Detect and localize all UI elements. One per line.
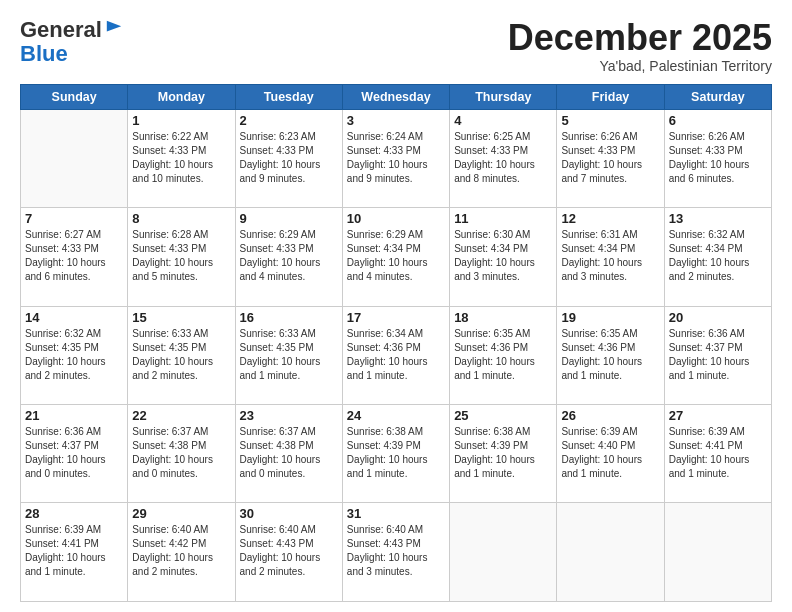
calendar-table: SundayMondayTuesdayWednesdayThursdayFrid… bbox=[20, 84, 772, 602]
calendar-cell bbox=[664, 503, 771, 602]
day-info: Sunrise: 6:24 AMSunset: 4:33 PMDaylight:… bbox=[347, 130, 445, 186]
calendar-cell: 7Sunrise: 6:27 AMSunset: 4:33 PMDaylight… bbox=[21, 208, 128, 306]
calendar-cell: 3Sunrise: 6:24 AMSunset: 4:33 PMDaylight… bbox=[342, 109, 449, 207]
day-info: Sunrise: 6:37 AMSunset: 4:38 PMDaylight:… bbox=[240, 425, 338, 481]
day-info: Sunrise: 6:31 AMSunset: 4:34 PMDaylight:… bbox=[561, 228, 659, 284]
week-row-5: 28Sunrise: 6:39 AMSunset: 4:41 PMDayligh… bbox=[21, 503, 772, 602]
day-number: 9 bbox=[240, 211, 338, 226]
day-info: Sunrise: 6:28 AMSunset: 4:33 PMDaylight:… bbox=[132, 228, 230, 284]
day-number: 25 bbox=[454, 408, 552, 423]
calendar-cell: 16Sunrise: 6:33 AMSunset: 4:35 PMDayligh… bbox=[235, 306, 342, 404]
weekday-header-saturday: Saturday bbox=[664, 84, 771, 109]
day-info: Sunrise: 6:23 AMSunset: 4:33 PMDaylight:… bbox=[240, 130, 338, 186]
calendar-cell bbox=[21, 109, 128, 207]
day-number: 1 bbox=[132, 113, 230, 128]
day-number: 27 bbox=[669, 408, 767, 423]
calendar-cell: 1Sunrise: 6:22 AMSunset: 4:33 PMDaylight… bbox=[128, 109, 235, 207]
weekday-header-monday: Monday bbox=[128, 84, 235, 109]
day-info: Sunrise: 6:36 AMSunset: 4:37 PMDaylight:… bbox=[669, 327, 767, 383]
day-info: Sunrise: 6:33 AMSunset: 4:35 PMDaylight:… bbox=[132, 327, 230, 383]
calendar-cell: 14Sunrise: 6:32 AMSunset: 4:35 PMDayligh… bbox=[21, 306, 128, 404]
weekday-header-tuesday: Tuesday bbox=[235, 84, 342, 109]
calendar-cell: 31Sunrise: 6:40 AMSunset: 4:43 PMDayligh… bbox=[342, 503, 449, 602]
calendar-cell: 8Sunrise: 6:28 AMSunset: 4:33 PMDaylight… bbox=[128, 208, 235, 306]
day-number: 12 bbox=[561, 211, 659, 226]
day-info: Sunrise: 6:32 AMSunset: 4:34 PMDaylight:… bbox=[669, 228, 767, 284]
calendar-cell: 20Sunrise: 6:36 AMSunset: 4:37 PMDayligh… bbox=[664, 306, 771, 404]
day-info: Sunrise: 6:37 AMSunset: 4:38 PMDaylight:… bbox=[132, 425, 230, 481]
calendar-cell: 30Sunrise: 6:40 AMSunset: 4:43 PMDayligh… bbox=[235, 503, 342, 602]
day-number: 13 bbox=[669, 211, 767, 226]
calendar-cell: 15Sunrise: 6:33 AMSunset: 4:35 PMDayligh… bbox=[128, 306, 235, 404]
calendar-cell: 17Sunrise: 6:34 AMSunset: 4:36 PMDayligh… bbox=[342, 306, 449, 404]
day-number: 2 bbox=[240, 113, 338, 128]
day-info: Sunrise: 6:35 AMSunset: 4:36 PMDaylight:… bbox=[561, 327, 659, 383]
calendar-cell: 9Sunrise: 6:29 AMSunset: 4:33 PMDaylight… bbox=[235, 208, 342, 306]
day-info: Sunrise: 6:22 AMSunset: 4:33 PMDaylight:… bbox=[132, 130, 230, 186]
calendar-cell bbox=[450, 503, 557, 602]
day-number: 15 bbox=[132, 310, 230, 325]
day-info: Sunrise: 6:29 AMSunset: 4:33 PMDaylight:… bbox=[240, 228, 338, 284]
calendar-cell: 11Sunrise: 6:30 AMSunset: 4:34 PMDayligh… bbox=[450, 208, 557, 306]
day-info: Sunrise: 6:33 AMSunset: 4:35 PMDaylight:… bbox=[240, 327, 338, 383]
day-number: 14 bbox=[25, 310, 123, 325]
calendar-cell: 10Sunrise: 6:29 AMSunset: 4:34 PMDayligh… bbox=[342, 208, 449, 306]
day-number: 31 bbox=[347, 506, 445, 521]
day-number: 10 bbox=[347, 211, 445, 226]
weekday-header-row: SundayMondayTuesdayWednesdayThursdayFrid… bbox=[21, 84, 772, 109]
location: Ya'bad, Palestinian Territory bbox=[508, 58, 772, 74]
logo-blue-text: Blue bbox=[20, 42, 123, 66]
day-number: 7 bbox=[25, 211, 123, 226]
calendar-cell: 18Sunrise: 6:35 AMSunset: 4:36 PMDayligh… bbox=[450, 306, 557, 404]
week-row-2: 7Sunrise: 6:27 AMSunset: 4:33 PMDaylight… bbox=[21, 208, 772, 306]
calendar-cell: 24Sunrise: 6:38 AMSunset: 4:39 PMDayligh… bbox=[342, 405, 449, 503]
day-number: 21 bbox=[25, 408, 123, 423]
day-info: Sunrise: 6:39 AMSunset: 4:41 PMDaylight:… bbox=[669, 425, 767, 481]
day-number: 8 bbox=[132, 211, 230, 226]
weekday-header-thursday: Thursday bbox=[450, 84, 557, 109]
day-number: 18 bbox=[454, 310, 552, 325]
calendar-cell: 19Sunrise: 6:35 AMSunset: 4:36 PMDayligh… bbox=[557, 306, 664, 404]
page: General Blue December 2025 Ya'bad, Pales… bbox=[0, 0, 792, 612]
day-info: Sunrise: 6:26 AMSunset: 4:33 PMDaylight:… bbox=[669, 130, 767, 186]
calendar-cell: 28Sunrise: 6:39 AMSunset: 4:41 PMDayligh… bbox=[21, 503, 128, 602]
day-info: Sunrise: 6:40 AMSunset: 4:43 PMDaylight:… bbox=[347, 523, 445, 579]
day-number: 24 bbox=[347, 408, 445, 423]
svg-marker-0 bbox=[107, 21, 121, 32]
weekday-header-friday: Friday bbox=[557, 84, 664, 109]
calendar-cell: 6Sunrise: 6:26 AMSunset: 4:33 PMDaylight… bbox=[664, 109, 771, 207]
calendar-cell: 26Sunrise: 6:39 AMSunset: 4:40 PMDayligh… bbox=[557, 405, 664, 503]
weekday-header-wednesday: Wednesday bbox=[342, 84, 449, 109]
day-number: 17 bbox=[347, 310, 445, 325]
calendar-cell: 2Sunrise: 6:23 AMSunset: 4:33 PMDaylight… bbox=[235, 109, 342, 207]
day-number: 20 bbox=[669, 310, 767, 325]
day-number: 22 bbox=[132, 408, 230, 423]
day-info: Sunrise: 6:30 AMSunset: 4:34 PMDaylight:… bbox=[454, 228, 552, 284]
day-number: 26 bbox=[561, 408, 659, 423]
day-info: Sunrise: 6:36 AMSunset: 4:37 PMDaylight:… bbox=[25, 425, 123, 481]
day-number: 11 bbox=[454, 211, 552, 226]
calendar-cell: 12Sunrise: 6:31 AMSunset: 4:34 PMDayligh… bbox=[557, 208, 664, 306]
week-row-1: 1Sunrise: 6:22 AMSunset: 4:33 PMDaylight… bbox=[21, 109, 772, 207]
header: General Blue December 2025 Ya'bad, Pales… bbox=[20, 18, 772, 74]
day-info: Sunrise: 6:40 AMSunset: 4:43 PMDaylight:… bbox=[240, 523, 338, 579]
day-info: Sunrise: 6:35 AMSunset: 4:36 PMDaylight:… bbox=[454, 327, 552, 383]
calendar-cell: 25Sunrise: 6:38 AMSunset: 4:39 PMDayligh… bbox=[450, 405, 557, 503]
logo: General Blue bbox=[20, 18, 123, 66]
day-info: Sunrise: 6:26 AMSunset: 4:33 PMDaylight:… bbox=[561, 130, 659, 186]
day-info: Sunrise: 6:38 AMSunset: 4:39 PMDaylight:… bbox=[347, 425, 445, 481]
title-area: December 2025 Ya'bad, Palestinian Territ… bbox=[508, 18, 772, 74]
day-number: 4 bbox=[454, 113, 552, 128]
weekday-header-sunday: Sunday bbox=[21, 84, 128, 109]
calendar-cell: 5Sunrise: 6:26 AMSunset: 4:33 PMDaylight… bbox=[557, 109, 664, 207]
day-info: Sunrise: 6:40 AMSunset: 4:42 PMDaylight:… bbox=[132, 523, 230, 579]
day-number: 3 bbox=[347, 113, 445, 128]
day-number: 28 bbox=[25, 506, 123, 521]
calendar-cell: 22Sunrise: 6:37 AMSunset: 4:38 PMDayligh… bbox=[128, 405, 235, 503]
day-info: Sunrise: 6:39 AMSunset: 4:41 PMDaylight:… bbox=[25, 523, 123, 579]
day-number: 19 bbox=[561, 310, 659, 325]
calendar-cell bbox=[557, 503, 664, 602]
day-info: Sunrise: 6:39 AMSunset: 4:40 PMDaylight:… bbox=[561, 425, 659, 481]
day-info: Sunrise: 6:27 AMSunset: 4:33 PMDaylight:… bbox=[25, 228, 123, 284]
month-title: December 2025 bbox=[508, 18, 772, 58]
